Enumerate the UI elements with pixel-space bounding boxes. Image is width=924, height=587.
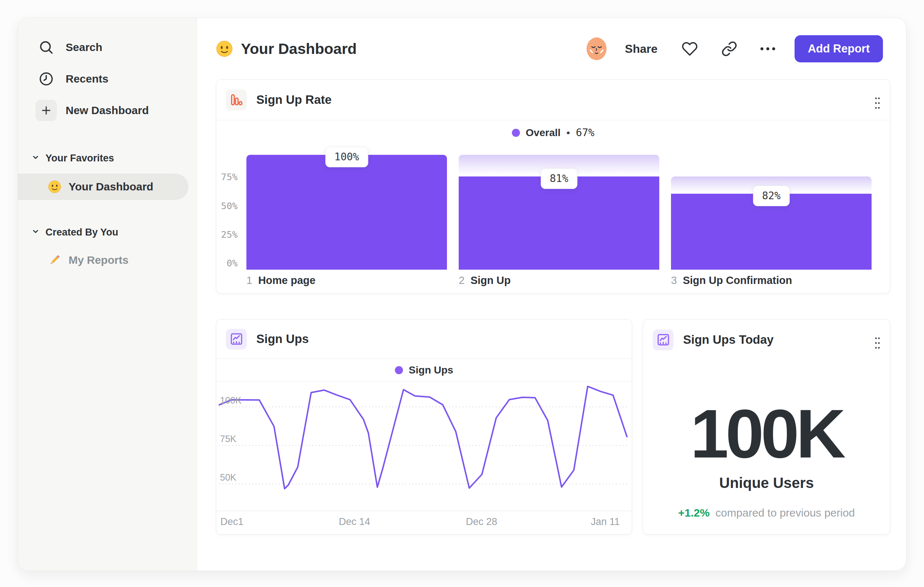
sign-ups-today-card: Sign Ups Today 100K Unique Users +1.2% c…	[643, 319, 890, 534]
smiley-emoji	[48, 180, 61, 193]
funnel-value-chip: 81%	[540, 169, 578, 189]
line-x-tick: Dec 14	[339, 516, 370, 527]
clock-icon	[36, 68, 57, 89]
line-chart-icon	[653, 329, 673, 351]
funnel-x-axis: 1Home page2Sign Up3Sign Up Confirmation	[246, 274, 871, 286]
legend-label: Overall	[526, 127, 561, 139]
line-x-tick: Dec1	[220, 516, 243, 527]
legend-dot	[512, 129, 520, 137]
line-y-tick: 50K	[220, 472, 236, 483]
card-header: Sign Ups	[216, 319, 632, 359]
funnel-bar-sign-up-confirmation: 82%	[671, 155, 871, 270]
sidebar-item-recents[interactable]: Recents	[18, 63, 196, 95]
more-options-icon[interactable]	[759, 46, 776, 51]
drag-handle-icon[interactable]	[874, 96, 880, 112]
heart-icon[interactable]	[681, 41, 698, 57]
main-content: Your Dashboard Share Add Report	[197, 18, 906, 570]
funnel-value-chip: 82%	[753, 186, 790, 206]
sidebar-section-created-by-you[interactable]: Created By You	[18, 221, 196, 243]
legend-separator: •	[566, 127, 570, 139]
kpi-value: 100K	[690, 394, 843, 473]
legend-label: Sign Ups	[409, 364, 453, 376]
funnel-bar-home-page: 100%	[246, 155, 447, 270]
link-icon[interactable]	[721, 41, 738, 57]
section-label: Created By You	[45, 227, 119, 238]
line-y-tick: 100K	[220, 395, 241, 405]
kpi-delta-row: +1.2% compared to previous period	[678, 507, 855, 519]
divider	[216, 120, 890, 120]
sidebar-item-label: Your Dashboard	[69, 180, 153, 193]
page-title: Your Dashboard	[216, 40, 357, 58]
funnel-y-tick: 25%	[221, 229, 238, 240]
line-x-tick: Dec 28	[466, 516, 497, 527]
sidebar-item-label: My Reports	[69, 254, 128, 266]
sidebar-item-your-dashboard[interactable]: Your Dashboard	[18, 174, 188, 200]
card-header: Sign Up Rate	[216, 79, 890, 120]
funnel-y-tick: 0%	[221, 258, 238, 269]
line-y-tick: 75K	[220, 433, 236, 444]
line-legend: Sign Ups	[216, 364, 632, 376]
smiley-emoji	[216, 40, 233, 57]
funnel-bar-solid	[246, 155, 447, 270]
sidebar-item-label: New Dashboard	[66, 104, 149, 117]
funnel-x-label: 3Sign Up Confirmation	[671, 274, 871, 286]
sidebar-item-my-reports[interactable]: My Reports	[18, 249, 196, 271]
funnel-value-chip: 100%	[325, 147, 368, 167]
funnel-bars-icon	[226, 89, 247, 111]
card-title: Sign Ups Today	[683, 333, 774, 347]
funnel-x-label: 2Sign Up	[459, 274, 659, 286]
page-title-text: Your Dashboard	[241, 40, 357, 58]
kpi-value-label: Unique Users	[719, 475, 814, 491]
app-window: Search Recents New Dashboard Your Favori…	[18, 18, 906, 571]
divider	[216, 359, 632, 359]
funnel-x-label: 1Home page	[246, 274, 447, 286]
line-x-axis-line	[216, 511, 632, 511]
sidebar-item-new-dashboard[interactable]: New Dashboard	[18, 95, 196, 126]
card-header: Sign Ups Today	[643, 319, 890, 360]
page-header: Your Dashboard Share Add Report	[216, 35, 883, 62]
section-label: Your Favorites	[45, 153, 114, 164]
funnel-plot: 100%81%82%	[246, 155, 871, 270]
sidebar: Search Recents New Dashboard Your Favori…	[18, 18, 197, 570]
legend-value: 67%	[576, 127, 595, 139]
sign-up-rate-card: Sign Up Rate Overall • 67% 75%50%25%0% 1…	[216, 79, 890, 293]
line-chart-icon	[226, 329, 247, 350]
chevron-down-icon	[31, 153, 40, 163]
card-title: Sign Up Rate	[256, 93, 332, 107]
sidebar-section-your-favorites[interactable]: Your Favorites	[18, 147, 196, 169]
share-button[interactable]: Share	[625, 42, 657, 56]
funnel-legend: Overall • 67%	[216, 127, 890, 139]
sidebar-item-search[interactable]: Search	[18, 31, 196, 63]
chevron-down-icon	[31, 227, 40, 237]
funnel-y-tick: 50%	[221, 200, 238, 211]
add-report-button[interactable]: Add Report	[795, 35, 883, 62]
kpi-delta-description: compared to previous period	[715, 507, 855, 519]
sign-ups-card: Sign Ups Sign Ups 100K75K50KDec1Dec 14De…	[216, 319, 632, 534]
line-x-tick: Jan 11	[591, 516, 620, 527]
header-actions: Share Add Report	[584, 35, 883, 62]
sign-ups-line-series	[219, 386, 627, 489]
card-title: Sign Ups	[256, 332, 309, 346]
drag-handle-icon[interactable]	[874, 336, 880, 352]
funnel-bar-solid	[459, 177, 659, 270]
kpi-delta: +1.2%	[678, 507, 710, 519]
divider	[216, 381, 632, 382]
funnel-y-tick: 75%	[221, 172, 238, 182]
sidebar-item-label: Search	[66, 41, 102, 54]
sidebar-item-label: Recents	[66, 73, 109, 85]
avatar[interactable]	[584, 37, 609, 61]
funnel-bar-sign-up: 81%	[459, 155, 659, 270]
search-icon	[36, 37, 57, 58]
legend-dot	[395, 366, 403, 374]
plus-icon	[36, 100, 57, 121]
pencil-emoji	[48, 253, 61, 267]
